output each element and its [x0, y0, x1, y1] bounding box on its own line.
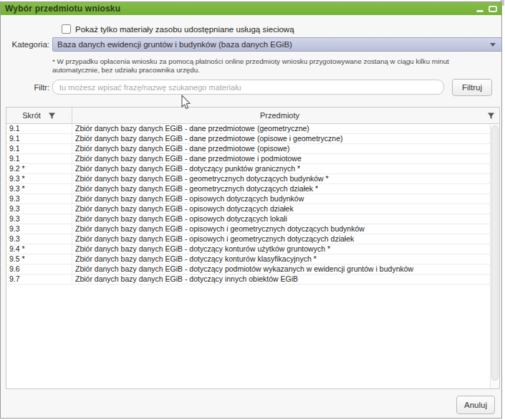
dialog-wybor-przedmiotu: Wybór przedmiotu wniosku Pokaż tylko mat…: [0, 1, 502, 419]
titlebar[interactable]: Wybór przedmiotu wniosku: [1, 2, 501, 15]
cell-skrot: 9.3: [6, 194, 72, 204]
cell-przedmiot: Zbiór danych bazy danych EGiB - opisowyc…: [72, 194, 490, 204]
cell-skrot: 9.1: [6, 154, 72, 163]
table-row[interactable]: 9.7 Zbiór danych bazy danych EGiB - doty…: [6, 275, 490, 285]
network-service-filter-row: Pokaż tylko materiały zasobu udostępnian…: [62, 24, 294, 34]
table-row[interactable]: 9.3 Zbiór danych bazy danych EGiB - opis…: [6, 214, 490, 224]
cell-skrot: 9.4 *: [6, 244, 72, 254]
cell-skrot: 9.1: [6, 134, 72, 143]
maximize-icon[interactable]: [489, 6, 497, 12]
table-row[interactable]: 9.3 * Zbiór danych bazy danych EGiB - ge…: [6, 184, 490, 194]
cell-skrot: 9.6: [6, 264, 72, 274]
cell-przedmiot: Zbiór danych bazy danych EGiB - dane prz…: [72, 154, 490, 163]
checkbox-label: Pokaż tylko materiały zasobu udostępnian…: [75, 25, 294, 34]
table-body: 9.1 Zbiór danych bazy danych EGiB - dane…: [6, 124, 490, 388]
category-selected-value: Baza danych ewidencji gruntów i budynków…: [57, 40, 490, 49]
cell-przedmiot: Zbiór danych bazy danych EGiB - dotycząc…: [72, 244, 490, 254]
filter-label: Filtr:: [21, 83, 49, 92]
table-row[interactable]: 9.1 Zbiór danych bazy danych EGiB - dane…: [6, 134, 490, 144]
cell-przedmiot: Zbiór danych bazy danych EGiB - geometry…: [72, 174, 490, 183]
cell-skrot: 9.7: [6, 275, 72, 284]
cell-przedmiot: Zbiór danych bazy danych EGiB - opisowyc…: [72, 224, 490, 234]
cell-skrot: 9.3: [6, 214, 72, 224]
cell-skrot: 9.2 *: [6, 164, 72, 173]
scrollbar-thumb[interactable]: [491, 125, 499, 381]
cell-przedmiot: Zbiór danych bazy danych EGiB - dotycząc…: [72, 264, 490, 274]
cell-skrot: 9.1: [6, 144, 72, 153]
table-row[interactable]: 9.1 Zbiór danych bazy danych EGiB - dane…: [6, 124, 490, 134]
materials-table: Skrót Przedmioty 9.1 Zbiór danych bazy d…: [6, 107, 500, 389]
cell-przedmiot: Zbiór danych bazy danych EGiB - opisowyc…: [72, 204, 490, 214]
cell-przedmiot: Zbiór danych bazy danych EGiB - dotycząc…: [72, 164, 490, 173]
filter-button[interactable]: Filtruj: [452, 79, 492, 96]
funnel-icon[interactable]: [487, 112, 495, 120]
table-row[interactable]: 9.2 * Zbiór danych bazy danych EGiB - do…: [6, 164, 490, 174]
cell-przedmiot: Zbiór danych bazy danych EGiB - dotycząc…: [72, 275, 490, 284]
cell-skrot: 9.3: [6, 234, 72, 244]
dialog-title: Wybór przedmiotu wniosku: [5, 4, 120, 14]
cell-przedmiot: Zbiór danych bazy danych EGiB - dane prz…: [72, 134, 490, 143]
table-row[interactable]: 9.3 Zbiór danych bazy danych EGiB - opis…: [6, 204, 490, 214]
show-only-network-materials-checkbox[interactable]: [62, 24, 71, 34]
table-row[interactable]: 9.3 * Zbiór danych bazy danych EGiB - ge…: [6, 174, 490, 184]
cell-skrot: 9.3: [6, 204, 72, 214]
cell-skrot: 9.3: [6, 224, 72, 234]
table-row[interactable]: 9.3 Zbiór danych bazy danych EGiB - opis…: [6, 234, 490, 244]
table-row[interactable]: 9.6 Zbiór danych bazy danych EGiB - doty…: [6, 264, 490, 275]
table-row[interactable]: 9.1 Zbiór danych bazy danych EGiB - dane…: [6, 154, 490, 164]
table-row[interactable]: 9.4 * Zbiór danych bazy danych EGiB - do…: [6, 244, 490, 254]
cell-przedmiot: Zbiór danych bazy danych EGiB - opisowyc…: [72, 214, 490, 224]
cell-skrot: 9.1: [6, 124, 72, 133]
table-row[interactable]: 9.5 * Zbiór danych bazy danych EGiB - do…: [6, 254, 490, 264]
cell-przedmiot: Zbiór danych bazy danych EGiB - opisowyc…: [72, 234, 490, 244]
table-row[interactable]: 9.3 Zbiór danych bazy danych EGiB - opis…: [6, 194, 490, 204]
cell-przedmiot: Zbiór danych bazy danych EGiB - geometry…: [72, 184, 490, 194]
category-dropdown[interactable]: Baza danych ewidencji gruntów i budynków…: [52, 37, 502, 52]
funnel-icon[interactable]: [48, 112, 56, 120]
table-header: Skrót Przedmioty: [6, 108, 499, 124]
table-scrollbar[interactable]: [490, 124, 499, 388]
column-header-skrot[interactable]: Skrót: [6, 108, 72, 123]
cell-skrot: 9.5 *: [6, 254, 72, 264]
table-row[interactable]: 9.3 Zbiór danych bazy danych EGiB - opis…: [6, 224, 490, 234]
filter-input[interactable]: [52, 80, 444, 95]
screen: Wybór przedmiotu wniosku Pokaż tylko mat…: [0, 0, 505, 420]
cell-przedmiot: Zbiór danych bazy danych EGiB - dane prz…: [72, 144, 490, 153]
column-header-skrot-label: Skrót: [22, 111, 41, 120]
cell-skrot: 9.3 *: [6, 174, 72, 183]
cancel-button[interactable]: Anuluj: [456, 396, 495, 414]
category-label: Kategoria:: [6, 40, 49, 49]
cell-przedmiot: Zbiór danych bazy danych EGiB - dane prz…: [72, 124, 490, 133]
cell-skrot: 9.3 *: [6, 184, 72, 194]
chevron-down-icon: [490, 43, 496, 47]
cell-przedmiot: Zbiór danych bazy danych EGiB - dotycząc…: [72, 254, 490, 264]
online-payment-note: * W przypadku opłacenia wniosku za pomoc…: [52, 57, 491, 74]
column-header-przedmioty[interactable]: Przedmioty: [72, 108, 499, 123]
column-header-przedmioty-label: Przedmioty: [72, 111, 487, 120]
table-row[interactable]: 9.1 Zbiór danych bazy danych EGiB - dane…: [6, 144, 490, 154]
minimize-icon[interactable]: [476, 10, 484, 12]
